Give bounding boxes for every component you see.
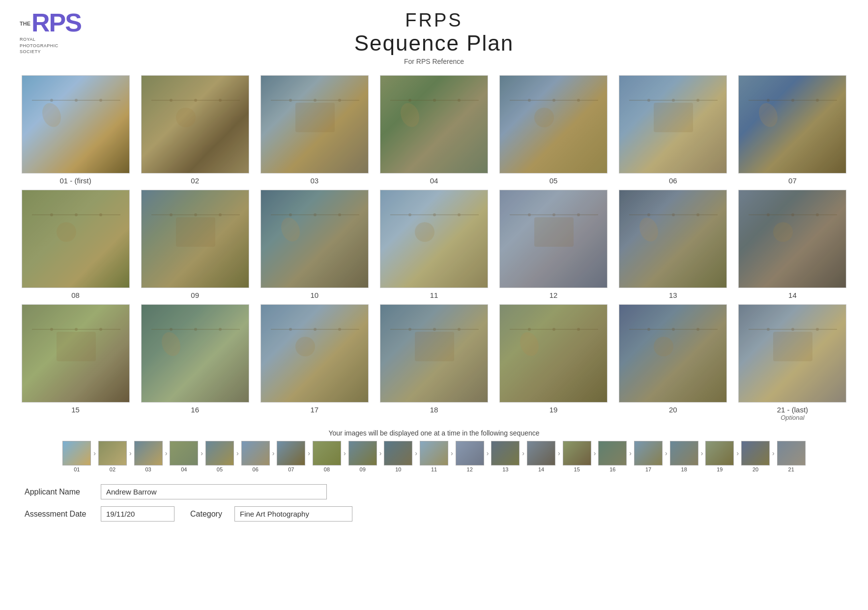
svg-point-53 <box>433 213 436 216</box>
seq-arrow-08: › <box>344 449 346 464</box>
svg-point-97 <box>647 328 650 331</box>
seq-arrow-06: › <box>272 449 275 464</box>
svg-point-31 <box>756 100 781 129</box>
svg-rect-101 <box>773 332 812 361</box>
svg-point-76 <box>158 329 183 358</box>
category-input[interactable] <box>234 506 352 522</box>
svg-point-87 <box>408 328 411 331</box>
photo-cell-05: 05 <box>498 75 609 185</box>
svg-point-27 <box>647 99 650 102</box>
photo-label-08: 08 <box>71 291 80 299</box>
svg-point-68 <box>791 213 794 216</box>
photo-box-01 <box>22 75 130 174</box>
seq-num-07: 07 <box>288 466 294 472</box>
svg-point-16 <box>398 100 423 129</box>
seq-arrow-20: › <box>772 449 775 464</box>
seq-thumb-16 <box>598 441 627 465</box>
seq-num-10: 10 <box>395 466 401 472</box>
svg-point-36 <box>57 222 76 242</box>
svg-rect-71 <box>57 332 96 361</box>
seq-num-19: 19 <box>717 466 723 472</box>
svg-point-48 <box>314 213 317 216</box>
seq-item-02: 02 <box>98 441 127 472</box>
photo-box-09 <box>141 190 249 288</box>
photo-box-05 <box>499 75 608 174</box>
svg-point-69 <box>816 213 819 216</box>
photo-cell-21: 21 - (last)Optional <box>737 304 848 421</box>
svg-rect-56 <box>534 217 574 247</box>
photo-cell-18: 18 <box>378 304 490 421</box>
svg-point-29 <box>696 99 699 102</box>
photo-box-11 <box>380 190 488 288</box>
seq-arrow-18: › <box>701 449 703 464</box>
seq-num-12: 12 <box>467 466 473 472</box>
svg-point-96 <box>654 337 673 356</box>
svg-point-72 <box>50 328 53 331</box>
seq-thumb-04 <box>170 441 198 465</box>
photo-box-08 <box>22 190 130 288</box>
seq-num-17: 17 <box>645 466 651 472</box>
seq-thumb-03 <box>134 441 163 465</box>
assessment-date-input[interactable] <box>101 506 174 522</box>
seq-num-20: 20 <box>752 466 758 472</box>
photo-cell-10: 10 <box>259 190 370 299</box>
svg-point-3 <box>75 99 78 102</box>
photo-cell-04: 04 <box>378 75 490 185</box>
seq-item-16: 16 <box>598 441 627 472</box>
svg-point-17 <box>408 99 411 102</box>
photo-cell-02: 02 <box>139 75 251 185</box>
svg-point-14 <box>338 99 341 102</box>
seq-arrow-11: › <box>451 449 453 464</box>
svg-point-37 <box>50 213 53 216</box>
photo-box-12 <box>499 190 608 288</box>
svg-point-46 <box>278 215 303 244</box>
svg-point-24 <box>577 99 580 102</box>
photo-label-16: 16 <box>191 406 199 414</box>
photo-cell-07: 07 <box>737 75 848 185</box>
seq-num-18: 18 <box>681 466 687 472</box>
seq-thumb-15 <box>563 441 591 465</box>
seq-thumb-07 <box>277 441 305 465</box>
photo-cell-19: 19 <box>498 304 609 421</box>
svg-point-94 <box>577 328 580 331</box>
seq-thumb-20 <box>741 441 770 465</box>
photo-label-13: 13 <box>669 291 677 299</box>
seq-num-13: 13 <box>502 466 508 472</box>
seq-thumb-10 <box>384 441 412 465</box>
photo-cell-14: 14 <box>737 190 848 299</box>
svg-point-22 <box>528 99 531 102</box>
applicant-name-input[interactable] <box>101 484 327 499</box>
seq-thumb-01 <box>62 441 91 465</box>
photo-box-20 <box>619 304 727 403</box>
seq-item-21: 21 <box>777 441 806 472</box>
assessment-date-row: Assessment Date Category <box>25 506 843 522</box>
seq-item-15: 15 <box>563 441 591 472</box>
seq-item-13: 13 <box>491 441 520 472</box>
seq-arrow-09: › <box>379 449 382 464</box>
svg-point-104 <box>816 328 819 331</box>
seq-item-12: 12 <box>456 441 484 472</box>
photo-box-06 <box>619 75 727 174</box>
svg-rect-11 <box>295 103 335 132</box>
photo-box-10 <box>260 190 369 288</box>
logo-subtitle: ROYAL PHOTOGRAPHIC SOCIETY <box>20 36 58 55</box>
seq-arrow-16: › <box>629 449 632 464</box>
photo-label-09: 09 <box>191 291 199 299</box>
seq-arrow-17: › <box>665 449 667 464</box>
svg-point-34 <box>816 99 819 102</box>
photo-label-07: 07 <box>788 176 797 185</box>
seq-num-05: 05 <box>217 466 223 472</box>
photo-label-05: 05 <box>550 176 558 185</box>
svg-point-13 <box>314 99 317 102</box>
svg-point-42 <box>170 213 173 216</box>
seq-item-04: 04 <box>170 441 198 472</box>
logo: THE RPS ROYAL PHOTOGRAPHIC SOCIETY <box>20 10 81 55</box>
seq-item-17: 17 <box>634 441 663 472</box>
svg-point-2 <box>50 99 53 102</box>
header-center: FRPS Sequence Plan For RPS Reference <box>354 10 514 65</box>
svg-point-23 <box>552 99 555 102</box>
svg-point-4 <box>99 99 102 102</box>
photo-box-04 <box>380 75 488 174</box>
svg-point-102 <box>767 328 770 331</box>
seq-item-05: 05 <box>205 441 234 472</box>
